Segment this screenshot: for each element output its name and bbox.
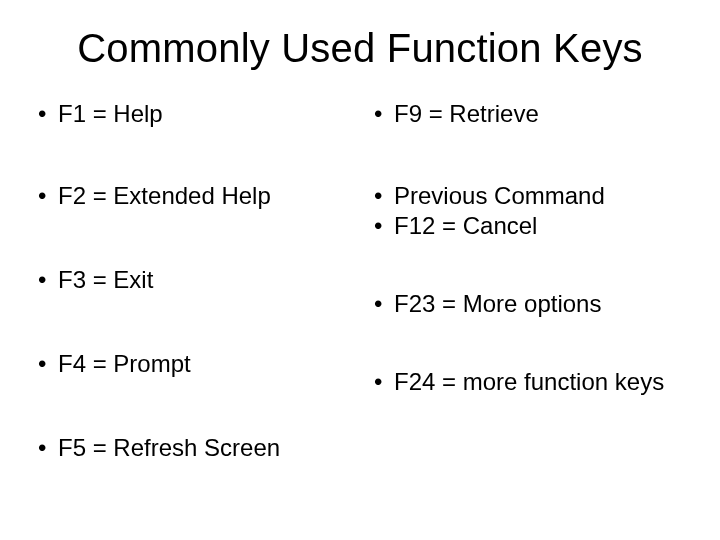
slide: Commonly Used Function Keys F1 = Help F2…	[0, 0, 720, 540]
list-item: F24 = more function keys	[372, 367, 684, 397]
left-column: F1 = Help F2 = Extended Help F3 = Exit F…	[36, 99, 348, 463]
list-item: F2 = Extended Help	[36, 181, 348, 211]
list-item: F23 = More options	[372, 289, 684, 319]
list-item: F5 = Refresh Screen	[36, 433, 348, 463]
content-columns: F1 = Help F2 = Extended Help F3 = Exit F…	[36, 99, 684, 463]
list-item: F1 = Help	[36, 99, 348, 129]
left-list: F1 = Help F2 = Extended Help F3 = Exit F…	[36, 99, 348, 463]
right-column: F9 = Retrieve Previous Command F12 = Can…	[372, 99, 684, 463]
list-item: F12 = Cancel	[372, 211, 684, 241]
list-item: F3 = Exit	[36, 265, 348, 295]
list-item: F9 = Retrieve	[372, 99, 684, 129]
slide-title: Commonly Used Function Keys	[36, 26, 684, 71]
list-item: Previous Command	[372, 181, 684, 211]
right-list: F9 = Retrieve Previous Command F12 = Can…	[372, 99, 684, 397]
list-item: F4 = Prompt	[36, 349, 348, 379]
